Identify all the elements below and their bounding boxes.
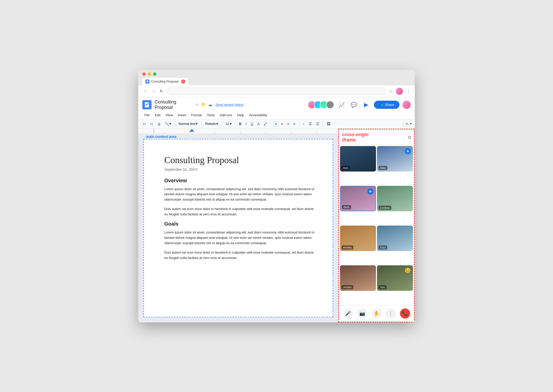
pencil-dropdown-chevron[interactable]: ▾ xyxy=(410,122,412,125)
doc-section1-heading: Overview xyxy=(164,178,317,184)
zoom-dropdown[interactable]: 🔍 ▾ xyxy=(163,121,173,127)
filename-icons: ☆ 📁 ☁ xyxy=(195,102,212,107)
minimize-button[interactable] xyxy=(148,72,151,76)
main-content-area-label: main content area xyxy=(146,134,177,139)
fontsize-chevron: ▾ xyxy=(230,122,232,126)
menu-tools[interactable]: Tools xyxy=(205,112,217,118)
insert-image-button[interactable]: 🖼 xyxy=(325,121,332,127)
bullet-list-button[interactable]: ☰ xyxy=(307,121,313,127)
refresh-button[interactable]: ↻ xyxy=(159,88,164,95)
mute-mic-button[interactable]: 🎤 xyxy=(343,308,353,319)
comments-icon-btn[interactable]: 💬 xyxy=(349,100,359,109)
underline-button[interactable]: U xyxy=(249,121,255,127)
back-button[interactable]: ← xyxy=(142,88,148,95)
separator-7 xyxy=(323,121,323,127)
browser-tab[interactable]: Consulting Proposal × xyxy=(142,78,188,85)
highlight-button[interactable]: 🖍 xyxy=(262,121,269,127)
hand-icon: ✋ xyxy=(374,311,379,316)
zoom-label: 🔍 xyxy=(165,122,169,126)
svg-rect-5 xyxy=(145,104,148,104)
video-placeholder-aziz: Aziz xyxy=(340,146,376,172)
folder-icon[interactable]: 📁 xyxy=(201,102,206,107)
print-button[interactable]: 🖨 xyxy=(156,121,162,127)
redo-button[interactable]: ↪ xyxy=(148,121,155,127)
style-chevron: ▾ xyxy=(196,122,198,126)
video-tile-you: 😊 You xyxy=(377,265,413,291)
separator-3 xyxy=(222,121,222,127)
text-color-button[interactable]: A xyxy=(256,121,261,127)
font-dropdown[interactable]: Roboto ▾ xyxy=(204,121,220,127)
menu-view[interactable]: View xyxy=(164,112,175,118)
address-bar[interactable] xyxy=(167,87,386,95)
browser-menu-icon[interactable]: ⋮ xyxy=(406,88,411,94)
doc-page-wrapper: main content area Consulting Proposal Se… xyxy=(143,139,333,317)
video-grid: Aziz M xyxy=(339,145,414,305)
tab-close-button[interactable]: × xyxy=(181,80,185,84)
tab-bar: Consulting Proposal × xyxy=(142,78,411,85)
style-dropdown[interactable]: Normal text ▾ xyxy=(177,121,199,127)
profile-avatar[interactable] xyxy=(396,88,403,95)
close-button[interactable] xyxy=(142,72,146,76)
raise-hand-button[interactable]: ✋ xyxy=(371,308,382,319)
bold-button[interactable]: B xyxy=(237,121,243,127)
pencil-button[interactable]: ✏ xyxy=(404,121,410,127)
iframe-expand-button[interactable]: ⧉ xyxy=(408,135,411,140)
video-tile-elad: Elad xyxy=(377,226,413,251)
share-button[interactable]: 👥 Share xyxy=(374,101,399,109)
ruler xyxy=(138,129,338,134)
participant-name-aziz: Aziz xyxy=(342,166,350,170)
menu-file[interactable]: File xyxy=(142,112,152,118)
menu-format[interactable]: Format xyxy=(189,112,204,118)
numbered-list-button[interactable]: ☰ xyxy=(315,121,321,127)
maximize-button[interactable] xyxy=(153,72,156,76)
mic-icon: 🎤 xyxy=(345,311,351,316)
browser-titlebar: Consulting Proposal × xyxy=(138,70,415,85)
align-justify-button[interactable]: ≡ xyxy=(292,121,297,127)
svg-rect-25 xyxy=(371,191,371,192)
more-options-button[interactable]: ⋮ xyxy=(386,308,396,319)
meet-icon-btn[interactable]: ▶ xyxy=(362,100,371,109)
menu-edit[interactable]: Edit xyxy=(153,112,162,118)
undo-button[interactable]: ↩ xyxy=(141,121,147,127)
nav-buttons: ← → ↻ xyxy=(142,88,164,95)
menu-accessibility[interactable]: Accessibility xyxy=(247,112,269,118)
version-history-link[interactable]: Show version history xyxy=(215,103,244,107)
menu-addons[interactable]: Add-ons xyxy=(218,112,234,118)
align-right-button[interactable]: ≡ xyxy=(286,121,291,127)
bookmark-icon[interactable]: ☆ xyxy=(389,88,393,94)
participant-name-lindsay: Lindsay xyxy=(379,206,391,210)
docs-app: Consulting Proposal ☆ 📁 ☁ Show version h… xyxy=(138,97,415,322)
activity-icon-btn[interactable]: 📈 xyxy=(337,100,346,109)
participant-name-elad: Elad xyxy=(379,245,387,250)
forward-button[interactable]: → xyxy=(150,88,157,95)
video-tile-annika: Annika xyxy=(340,226,376,251)
video-placeholder-elad: Elad xyxy=(377,226,413,251)
align-left-button[interactable]: ≡ xyxy=(273,121,278,127)
doc-section1-p2: Duis autem vel eum iriure dolor in hendr… xyxy=(164,206,317,217)
speaking-indicator-beth xyxy=(367,188,373,194)
doc-section1-p1: Lorem ipsum dolor sit amet, consectetuer… xyxy=(164,187,317,202)
video-tile-lindsay: Lindsay xyxy=(377,186,413,211)
main-content-label-text: main content area xyxy=(146,135,177,139)
cloud-icon[interactable]: ☁ xyxy=(208,102,212,107)
align-center-button[interactable]: ≡ xyxy=(280,121,285,127)
doc-date: September 04, 20XX xyxy=(164,167,317,172)
camera-button[interactable]: 📷 xyxy=(357,308,367,319)
docs-tab-icon xyxy=(145,80,149,84)
font-label: Roboto xyxy=(205,122,216,126)
menu-help[interactable]: Help xyxy=(235,112,246,118)
star-icon[interactable]: ☆ xyxy=(195,102,199,107)
separator-1 xyxy=(175,121,175,127)
doc-page[interactable]: Consulting Proposal September 04, 20XX O… xyxy=(143,139,333,317)
italic-button[interactable]: I xyxy=(244,121,248,127)
line-spacing-button[interactable]: ↕ xyxy=(301,121,306,127)
end-call-button[interactable]: 📞 xyxy=(400,308,410,319)
menu-insert[interactable]: Insert xyxy=(176,112,188,118)
docs-toolbar: ↩ ↪ 🖨 🔍 ▾ Normal text ▾ Roboto ▾ 11 ▾ xyxy=(138,119,415,129)
video-tile-jordan: Jordan xyxy=(340,265,376,291)
user-avatar[interactable] xyxy=(403,101,411,109)
svg-rect-22 xyxy=(408,151,409,152)
fontsize-dropdown[interactable]: 11 ▾ xyxy=(224,121,233,127)
fontsize-value: 11 xyxy=(225,122,229,126)
docs-filename: Consulting Proposal ☆ 📁 ☁ xyxy=(155,99,212,110)
